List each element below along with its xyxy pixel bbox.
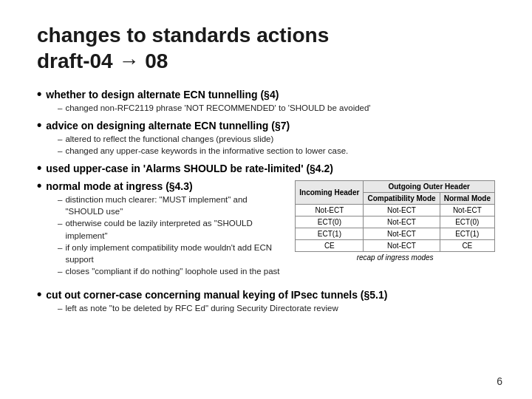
bullet-1: • whether to design alternate ECN tunnel… — [37, 87, 495, 114]
bullet-5-sub-1-text: left as note "to be deleted by RFC Ed" d… — [65, 302, 338, 314]
table-cell: CE — [296, 240, 364, 252]
bullet-1-subs: – changed non-RFC2119 phrase 'NOT RECOMM… — [58, 102, 495, 114]
table-cell: ECT(1) — [296, 228, 364, 240]
table-cell: Not-ECT — [296, 205, 364, 216]
bullet-4-sub-3-text: if only implement compatibility mode wou… — [65, 242, 283, 265]
bullet-4: • normal mode at ingress (§4.3) – distin… — [37, 179, 283, 279]
bullet-1-main: • whether to design alternate ECN tunnel… — [37, 87, 495, 100]
table-subheader-compat: Compatibility Mode — [364, 193, 440, 205]
table-cell: Not-ECT — [364, 205, 440, 216]
bullet-1-sub-1: – changed non-RFC2119 phrase 'NOT RECOMM… — [58, 102, 495, 114]
table-subheader-normal: Normal Mode — [440, 193, 494, 205]
table-cell: Not-ECT — [364, 228, 440, 240]
bullet-5: • cut out corner-case concerning manual … — [37, 287, 495, 314]
bullet-4-sub-2: – otherwise could be lazily interpreted … — [58, 217, 283, 241]
table-row: Not-ECT Not-ECT Not-ECT — [296, 205, 495, 216]
table-cell: Not-ECT — [364, 240, 440, 252]
recap-text: recap of ingress modes — [295, 253, 495, 262]
bullet-1-sub-1-text: changed non-RFC2119 phrase 'NOT RECOMMEN… — [65, 102, 370, 114]
bullet-4-sub-4-text: closes "compliant if do nothing" loophol… — [65, 265, 279, 277]
ingress-table-container: Incoming Header Outgoing Outer Header Co… — [295, 179, 495, 262]
bullet-2-subs: – altered to reflect the functional chan… — [58, 133, 495, 157]
table-row: ECT(0) Not-ECT ECT(0) — [296, 216, 495, 228]
bullet-2-sub-2: – changed any upper-case keywords in the… — [58, 145, 495, 157]
slide: changes to standards actions draft-04 → … — [0, 0, 532, 399]
table-row: CE Not-ECT CE — [296, 240, 495, 252]
bullet-2-text: advice on designing alternate ECN tunnel… — [46, 120, 290, 132]
bullet-4-sub-1: – distinction much clearer: "MUST implem… — [58, 194, 283, 217]
bullet-2-dot: • — [37, 118, 41, 132]
bullet-5-subs: – left as note "to be deleted by RFC Ed"… — [58, 302, 495, 314]
bullet-3-dot: • — [37, 161, 41, 174]
slide-title: changes to standards actions draft-04 → … — [37, 22, 495, 74]
table-cell: CE — [440, 240, 494, 252]
table-cell: Not-ECT — [364, 216, 440, 228]
table-cell: ECT(0) — [296, 216, 364, 228]
bullet-4-sub-4: – closes "compliant if do nothing" looph… — [58, 265, 283, 277]
table-header-incoming: Incoming Header — [296, 181, 364, 205]
bullet-5-dot: • — [37, 287, 41, 301]
table-row: ECT(1) Not-ECT ECT(1) — [296, 228, 495, 240]
table-cell: ECT(1) — [440, 228, 494, 240]
bullet-2-sub-1-text: altered to reflect the functional change… — [65, 133, 273, 145]
bullet-2-main: • advice on designing alternate ECN tunn… — [37, 118, 495, 132]
bullet-4-sub-2-text: otherwise could be lazily interpreted as… — [65, 217, 283, 241]
bullet-3-text: used upper-case in 'Alarms SHOULD be rat… — [46, 163, 333, 174]
bullet-4-sub-3: – if only implement compatibility mode w… — [58, 242, 283, 265]
bullet-4-row: • normal mode at ingress (§4.3) – distin… — [37, 179, 495, 283]
bullet-2-sub-2-text: changed any upper-case keywords in the i… — [65, 145, 348, 157]
bullet-5-text: cut out corner-case concerning manual ke… — [46, 289, 387, 301]
page-number: 6 — [497, 375, 502, 387]
title-line2: draft-04 → 08 — [37, 50, 168, 72]
bullet-4-dot: • — [37, 179, 41, 192]
bullet-3: • used upper-case in 'Alarms SHOULD be r… — [37, 161, 495, 174]
bullet-2: • advice on designing alternate ECN tunn… — [37, 118, 495, 157]
bullet-2-sub-1: – altered to reflect the functional chan… — [58, 133, 495, 145]
bullet-4-sub-1-text: distinction much clearer: "MUST implemen… — [65, 194, 283, 217]
table-cell: Not-ECT — [440, 205, 494, 216]
title-line1: changes to standards actions — [37, 24, 329, 47]
bullet-4-text: normal mode at ingress (§4.3) — [46, 180, 192, 192]
table-cell: ECT(0) — [440, 216, 494, 228]
ingress-table: Incoming Header Outgoing Outer Header Co… — [295, 180, 495, 252]
bullet-4-main: • normal mode at ingress (§4.3) — [37, 179, 283, 192]
table-header-outgoing: Outgoing Outer Header — [364, 181, 495, 193]
bullet-3-main: • used upper-case in 'Alarms SHOULD be r… — [37, 161, 495, 174]
bullet-1-dot: • — [37, 87, 41, 100]
bullet-5-main: • cut out corner-case concerning manual … — [37, 287, 495, 301]
bullet-1-text: whether to design alternate ECN tunnelli… — [46, 89, 279, 100]
bullet-5-sub-1: – left as note "to be deleted by RFC Ed"… — [58, 302, 495, 314]
bullet-4-subs: – distinction much clearer: "MUST implem… — [58, 194, 283, 277]
